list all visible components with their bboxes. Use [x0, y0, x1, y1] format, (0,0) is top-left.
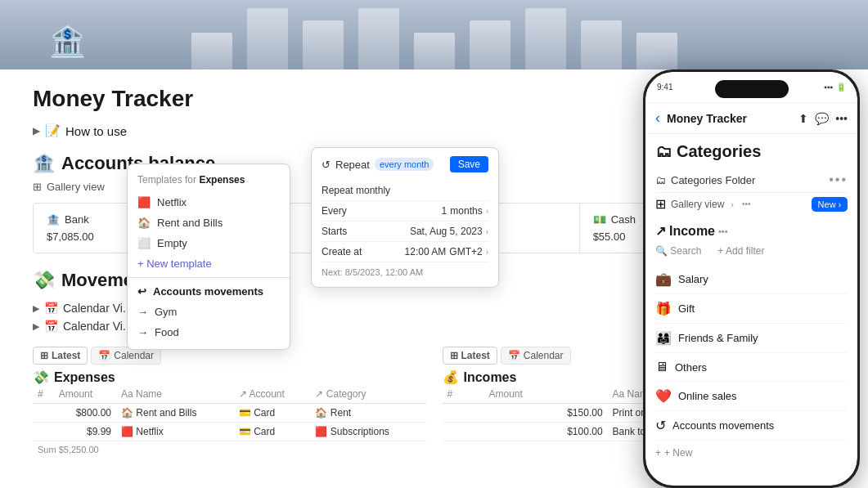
inc-latest-label: Latest — [461, 350, 490, 361]
battery-icon: 🔋 — [836, 83, 846, 92]
phone-gallery-arrow: › — [731, 199, 734, 209]
hero-col-5 — [414, 33, 455, 69]
phone-back-btn[interactable]: ‹ — [655, 110, 660, 127]
phone-cat-others[interactable]: 🖥 Others — [655, 353, 848, 382]
repeat-popup: ↺ Repeat every month Save Repeat monthly… — [311, 147, 499, 288]
incomes-title-text: Incomes — [464, 370, 517, 385]
cal1-arrow: ▶ — [33, 303, 39, 314]
phone-cat-accounts-movements[interactable]: ↺ Accounts movements — [655, 411, 848, 441]
row1-name-icon: 🏠 — [121, 407, 133, 419]
col-hash: # — [33, 385, 54, 404]
phone-gallery-row: ⊞ Gallery view › ••• New › — [655, 193, 848, 215]
repeat-title-text: Repeat — [335, 159, 370, 171]
phone-mockup: 9:41 ▪▪▪ 🔋 ‹ Money Tracker ⬆ 💬 ••• 🗂 Cat… — [643, 69, 860, 488]
phone-time: 9:41 — [657, 83, 672, 92]
gym-label: Gym — [155, 306, 177, 318]
create-at-val[interactable]: 12:00 AM GMT+2 › — [405, 246, 488, 257]
inc-row2-index — [443, 423, 484, 441]
hero-banner: 🏦 — [0, 0, 868, 69]
latest-icon: ⊞ — [40, 350, 48, 361]
repeat-save-button[interactable]: Save — [450, 156, 488, 172]
new-template-label: + New template — [137, 257, 212, 270]
every-chevron: › — [486, 207, 488, 216]
phone-cat-friends[interactable]: 👨‍👩‍👧 Friends & Family — [655, 324, 848, 353]
accounts-movements-item[interactable]: ↩ Accounts movements — [128, 281, 290, 302]
row2-cat-icon: 🟥 — [315, 426, 327, 437]
starts-val[interactable]: Sat, Aug 5, 2023 › — [410, 226, 488, 237]
row2-category: 🟥 Subscriptions — [310, 423, 425, 441]
gym-item[interactable]: → Gym — [128, 302, 290, 322]
acc-movements-cat-icon: ↺ — [655, 418, 666, 433]
cal2-label: Calendar Vi... — [63, 320, 133, 333]
food-icon: → — [137, 326, 148, 338]
latest-label: Latest — [52, 350, 80, 361]
salary-icon: 💼 — [655, 271, 672, 287]
expenses-title-text: Expenses — [54, 370, 115, 385]
bank-logo-icon: 🏦 — [49, 25, 86, 59]
expenses-title: 💸 Expenses — [33, 369, 426, 385]
incomes-tabs: ⊞ Latest 📅 Calendar — [443, 347, 571, 365]
row2-name-icon: 🟥 — [121, 426, 133, 437]
repeat-monthly-label: Repeat monthly — [322, 185, 390, 196]
template-netflix[interactable]: 🟥 Netflix — [128, 192, 290, 213]
plus-icon: + — [655, 447, 661, 459]
create-chevron: › — [486, 248, 488, 257]
col-name: Aa Name — [116, 385, 234, 404]
inc-row2-amount: $100.00 — [483, 423, 607, 441]
repeat-every-row: Every 1 months › — [322, 201, 488, 222]
row1-amount: $800.00 — [54, 404, 116, 423]
others-label: Others — [675, 361, 707, 374]
template-rent[interactable]: 🏠 Rent and Bills — [128, 213, 290, 233]
col-amount: Amount — [54, 385, 116, 404]
phone-content: 🗂 Categories 🗂 Categories Folder ••• ⊞ G… — [645, 134, 857, 474]
template-empty[interactable]: ⬜ Empty — [128, 233, 290, 253]
phone-categories-title: 🗂 Categories — [655, 142, 848, 161]
new-template-btn[interactable]: + New template — [128, 253, 290, 274]
phone-search-row: 🔍 Search + Add filter — [655, 242, 848, 260]
phone-dots-btn[interactable]: ••• — [835, 112, 848, 125]
repeat-icon: ↺ — [322, 159, 331, 171]
templates-popup-header: Templates for Expenses — [128, 171, 290, 192]
phone-new-category[interactable]: + + New — [655, 441, 848, 465]
incomes-tab-latest[interactable]: ⊞ Latest — [443, 347, 497, 365]
gift-label: Gift — [678, 302, 695, 315]
hero-col-2 — [247, 8, 288, 69]
phone-folder-item[interactable]: 🗂 Categories Folder ••• — [655, 168, 848, 193]
incomes-tab-calendar[interactable]: 📅 Calendar — [501, 347, 571, 365]
online-sales-label: Online sales — [678, 390, 737, 402]
phone-new-button[interactable]: New › — [812, 197, 848, 212]
row1-name: 🏠 Rent and Bills — [116, 404, 234, 423]
phone-income-icon: ↗ — [655, 223, 666, 239]
cal2-emoji: 📅 — [44, 320, 58, 333]
row1-cat-icon: 🏠 — [315, 407, 327, 419]
row2-account: 💳 Card — [234, 423, 311, 441]
how-to-use-label: How to use — [65, 124, 127, 138]
phone-cat-online-sales[interactable]: ❤️ Online sales — [655, 382, 848, 411]
cash-icon: 💵 — [593, 213, 606, 226]
expenses-tab-latest[interactable]: ⊞ Latest — [33, 347, 88, 365]
phone-add-filter[interactable]: + Add filter — [717, 245, 764, 257]
repeat-starts-row: Starts Sat, Aug 5, 2023 › — [322, 222, 488, 242]
hero-col-8 — [581, 20, 622, 69]
movements-emoji: 💸 — [33, 270, 55, 291]
others-icon: 🖥 — [655, 360, 668, 374]
hero-col-3 — [303, 20, 344, 69]
phone-gallery-label[interactable]: Gallery view — [671, 199, 724, 210]
online-sales-icon: ❤️ — [655, 388, 672, 404]
expenses-sum: Sum $5,250.00 — [33, 441, 426, 458]
acc-movements-icon: ↩ — [137, 285, 146, 298]
phone-cat-title-text: Categories — [677, 142, 761, 161]
every-val[interactable]: 1 months › — [442, 205, 488, 217]
netflix-icon: 🟥 — [137, 196, 151, 208]
expense-row-1[interactable]: $800.00 🏠 Rent and Bills 💳 Card 🏠 Rent — [33, 404, 426, 423]
phone-chat-btn[interactable]: 💬 — [815, 112, 829, 125]
phone-cat-gift[interactable]: 🎁 Gift — [655, 294, 848, 324]
gift-icon: 🎁 — [655, 301, 672, 316]
phone-search-label[interactable]: 🔍 Search — [655, 245, 701, 257]
repeat-freq-badge[interactable]: every month — [375, 158, 434, 171]
phone-folder-dots[interactable]: ••• — [829, 172, 848, 187]
expense-row-2[interactable]: $9.99 🟥 Netflix 💳 Card 🟥 Subscriptions — [33, 423, 426, 441]
phone-share-btn[interactable]: ⬆ — [798, 112, 808, 125]
food-item[interactable]: → Food — [128, 322, 290, 342]
phone-cat-salary[interactable]: 💼 Salary — [655, 265, 848, 294]
